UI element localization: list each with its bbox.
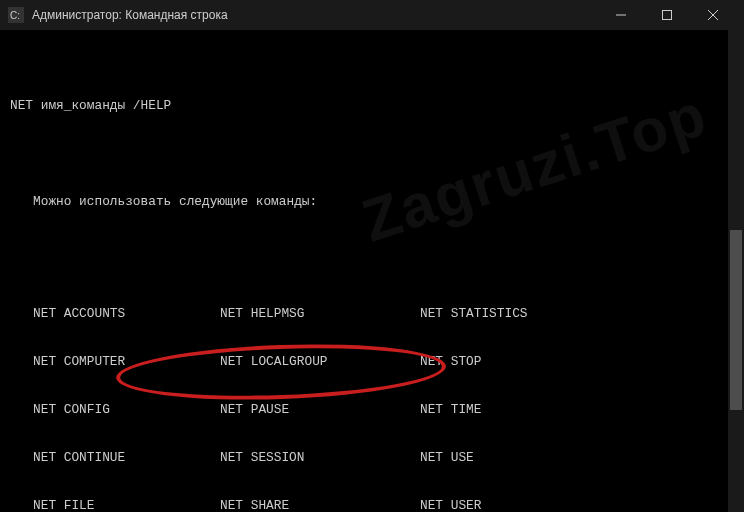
titlebar[interactable]: C: Администратор: Командная строка [0, 0, 744, 30]
terminal-output[interactable]: Zagruzi.Top NET имя_команды /HELP Можно … [0, 30, 744, 512]
output-line: NET COMPUTERNET LOCALGROUPNET STOP [10, 354, 734, 370]
window-controls [598, 0, 736, 30]
annotation-ellipse [115, 339, 447, 404]
output-line [10, 146, 734, 162]
cmd-window: C: Администратор: Командная строка Zagru… [0, 0, 744, 512]
output-line: NET ACCOUNTSNET HELPMSGNET STATISTICS [10, 306, 734, 322]
svg-text:C:: C: [10, 10, 20, 21]
output-line [10, 242, 734, 258]
output-line: NET FILENET SHARENET USER [10, 498, 734, 512]
cmd-icon: C: [8, 7, 24, 23]
output-line: Можно использовать следующие команды: [10, 194, 734, 210]
output-line: NET имя_команды /HELP [10, 98, 734, 114]
output-line: NET CONFIGNET PAUSENET TIME [10, 402, 734, 418]
minimize-button[interactable] [598, 0, 644, 30]
close-button[interactable] [690, 0, 736, 30]
watermark-text: Zagruzi.Top [363, 105, 708, 231]
window-title: Администратор: Командная строка [32, 8, 598, 22]
scrollbar-thumb[interactable] [730, 230, 742, 410]
output-line: NET CONTINUENET SESSIONNET USE [10, 450, 734, 466]
maximize-button[interactable] [644, 0, 690, 30]
vertical-scrollbar[interactable] [728, 30, 744, 512]
svg-rect-3 [663, 11, 672, 20]
